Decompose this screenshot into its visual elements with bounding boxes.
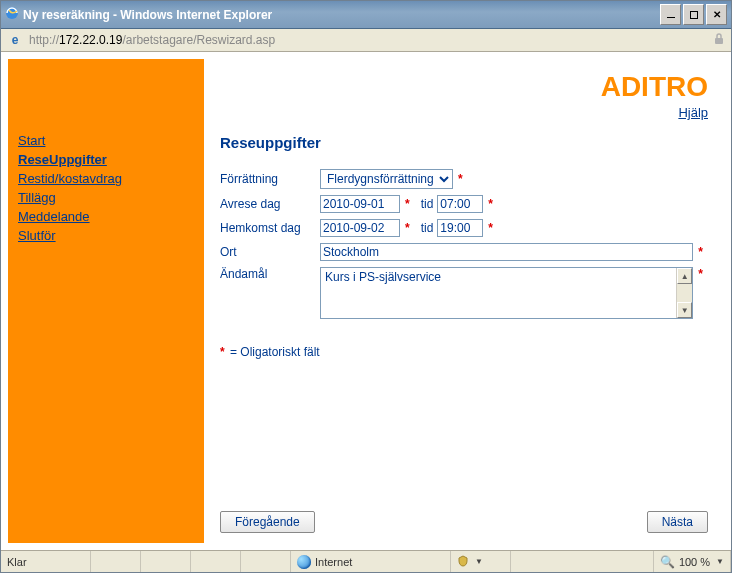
required-marker: * xyxy=(698,267,703,281)
address-bar: e http://172.22.0.19/arbetstagare/Reswiz… xyxy=(1,29,731,52)
magnifier-icon: 🔍 xyxy=(660,555,675,569)
ie-page-icon: e xyxy=(7,32,23,48)
hemkomst-time-input[interactable] xyxy=(437,219,483,237)
svg-rect-1 xyxy=(715,38,723,44)
row-hemkomst: Hemkomst dag * tid * xyxy=(220,219,708,237)
status-spacer2 xyxy=(141,551,191,572)
avrese-label: Avrese dag xyxy=(220,197,320,211)
row-andamal: Ändamål Kurs i PS-självservice ▲ ▼ * xyxy=(220,267,708,319)
section-title: Reseuppgifter xyxy=(220,134,708,151)
sidebar-item-meddelande[interactable]: Meddelande xyxy=(18,207,194,226)
url-display[interactable]: http://172.22.0.19/arbetstagare/Reswizar… xyxy=(29,33,707,47)
hemkomst-label: Hemkomst dag xyxy=(220,221,320,235)
required-marker: * xyxy=(405,221,410,235)
sidebar-item-restid[interactable]: Restid/kostavdrag xyxy=(18,169,194,188)
scroll-up-icon[interactable]: ▲ xyxy=(677,268,692,284)
protected-mode-cell[interactable]: ▼ xyxy=(451,551,511,572)
maximize-button[interactable] xyxy=(683,4,704,25)
row-avrese: Avrese dag * tid * xyxy=(220,195,708,213)
tid-label: tid xyxy=(421,197,434,211)
globe-icon xyxy=(297,555,311,569)
andamal-label: Ändamål xyxy=(220,267,320,281)
shield-icon xyxy=(457,555,469,569)
required-marker: * xyxy=(458,172,463,186)
window-controls: ✕ xyxy=(660,4,727,25)
url-host: 172.22.0.19 xyxy=(59,33,122,47)
sidebar-item-reseuppgifter[interactable]: ReseUppgifter xyxy=(18,150,194,169)
sidebar: Start ReseUppgifter Restid/kostavdrag Ti… xyxy=(8,59,204,543)
ort-input[interactable] xyxy=(320,243,693,261)
textarea-scrollbar[interactable]: ▲ ▼ xyxy=(676,268,692,318)
help-link[interactable]: Hjälp xyxy=(678,105,708,120)
window-title: Ny reseräkning - Windows Internet Explor… xyxy=(23,8,272,22)
zoom-text: 100 % xyxy=(679,556,710,568)
andamal-text: Kurs i PS-självservice xyxy=(321,268,676,318)
status-bar: Klar Internet ▼ 🔍 100 % ▼ xyxy=(1,550,731,572)
ort-label: Ort xyxy=(220,245,320,259)
chevron-down-icon: ▼ xyxy=(716,557,724,566)
status-spacer1 xyxy=(91,551,141,572)
required-marker: * xyxy=(488,197,493,211)
zoom-control[interactable]: 🔍 100 % ▼ xyxy=(653,551,731,572)
sidebar-item-tillagg[interactable]: Tillägg xyxy=(18,188,194,207)
brand-logo: ADITRO xyxy=(601,71,708,103)
url-prefix: http:// xyxy=(29,33,59,47)
chevron-down-icon: ▼ xyxy=(475,557,483,566)
status-spacer4 xyxy=(241,551,291,572)
hemkomst-date-input[interactable] xyxy=(320,219,400,237)
required-marker: * xyxy=(698,245,703,259)
status-ready-text: Klar xyxy=(7,556,27,568)
hint-asterisk: * xyxy=(220,345,225,359)
row-forrattning: Förrättning Flerdygnsförrättning * xyxy=(220,169,708,189)
titlebar: Ny reseräkning - Windows Internet Explor… xyxy=(1,1,731,29)
avrese-date-input[interactable] xyxy=(320,195,400,213)
required-marker: * xyxy=(405,197,410,211)
ie-icon xyxy=(5,6,19,23)
prev-button[interactable]: Föregående xyxy=(220,511,315,533)
app-frame: Start ReseUppgifter Restid/kostavdrag Ti… xyxy=(7,58,725,544)
avrese-time-input[interactable] xyxy=(437,195,483,213)
required-marker: * xyxy=(488,221,493,235)
url-path: /arbetstagare/Reswizard.asp xyxy=(122,33,275,47)
row-ort: Ort * xyxy=(220,243,708,261)
close-button[interactable]: ✕ xyxy=(706,4,727,25)
required-hint: * = Oligatoriskt fält xyxy=(220,345,708,359)
forrattning-label: Förrättning xyxy=(220,172,320,186)
scroll-down-icon[interactable]: ▼ xyxy=(677,302,692,318)
sidebar-item-start[interactable]: Start xyxy=(18,131,194,150)
page-content: Start ReseUppgifter Restid/kostavdrag Ti… xyxy=(1,52,731,550)
main-panel: ADITRO Hjälp Reseuppgifter Förrättning F… xyxy=(204,59,724,543)
status-spacer3 xyxy=(191,551,241,572)
sidebar-item-slutfor[interactable]: Slutför xyxy=(18,226,194,245)
browser-window: Ny reseräkning - Windows Internet Explor… xyxy=(0,0,732,573)
status-ready: Klar xyxy=(1,551,91,572)
andamal-textarea[interactable]: Kurs i PS-självservice ▲ ▼ xyxy=(320,267,693,319)
tid-label: tid xyxy=(421,221,434,235)
security-zone[interactable]: Internet xyxy=(291,551,451,572)
zone-text: Internet xyxy=(315,556,352,568)
hint-text: = Oligatoriskt fält xyxy=(227,345,320,359)
forrattning-select[interactable]: Flerdygnsförrättning xyxy=(320,169,453,189)
lock-icon xyxy=(713,33,725,47)
minimize-button[interactable] xyxy=(660,4,681,25)
next-button[interactable]: Nästa xyxy=(647,511,708,533)
wizard-nav: Föregående Nästa xyxy=(220,501,708,533)
